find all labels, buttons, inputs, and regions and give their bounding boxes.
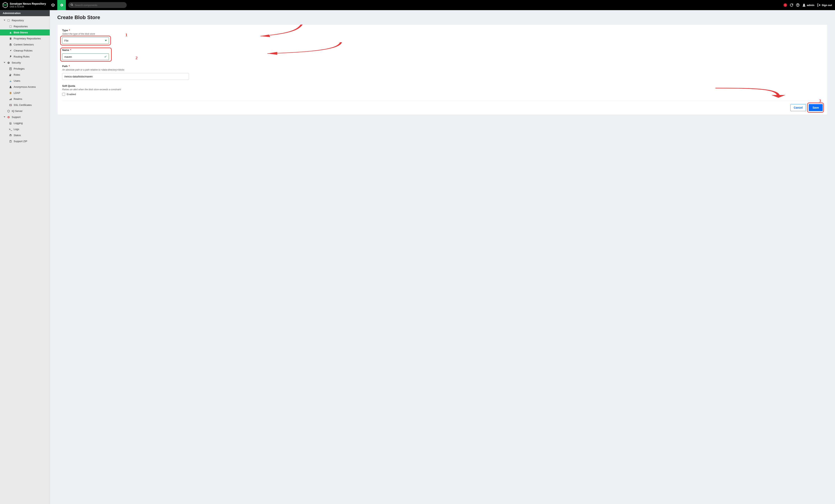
item-label: Roles: [14, 73, 20, 76]
sidebar-item-content-selectors[interactable]: Content Selectors: [0, 42, 50, 47]
item-label: Anonymous Access: [14, 85, 36, 88]
item-icon: [9, 31, 12, 34]
svg-point-6: [798, 6, 798, 6]
item-label: Realms: [14, 98, 22, 100]
form-panel: Type * Select the type of the blob store…: [57, 24, 828, 115]
sidebar-item-ldap[interactable]: LDAP: [0, 90, 50, 96]
sidebar-group-repository[interactable]: Repository: [0, 17, 50, 23]
item-icon: [9, 80, 12, 82]
form-actions: Cancel Save: [62, 104, 823, 111]
sidebar-item-repositories[interactable]: Repositories: [0, 23, 50, 29]
item-label: Logging: [14, 122, 23, 125]
item-label: Blob Stores: [14, 31, 28, 34]
sidebar-item-users[interactable]: Users: [0, 78, 50, 84]
svg-marker-15: [4, 62, 5, 63]
divider: [62, 101, 823, 101]
item-icon: [9, 134, 12, 137]
item-label: Users: [14, 79, 20, 82]
caret-icon: [3, 20, 5, 21]
quota-label: Soft Quota: [62, 84, 75, 87]
save-button-label: Save: [813, 106, 819, 109]
sidebar-item-logging[interactable]: Logging: [0, 120, 50, 126]
sidebar-item-anonymous-access[interactable]: Anonymous Access: [0, 84, 50, 90]
user-menu[interactable]: admin: [802, 3, 814, 7]
item-icon: [9, 86, 12, 88]
item-label: Repositories: [14, 25, 28, 28]
required-marker: *: [69, 29, 70, 32]
svg-rect-28: [10, 99, 11, 100]
svg-point-23: [11, 74, 12, 75]
item-label: Cleanup Policies: [14, 49, 33, 52]
sidebar-item-logs[interactable]: >_Logs: [0, 126, 50, 132]
svg-point-12: [10, 32, 11, 32]
group-icon: [7, 110, 10, 113]
chevron-down-icon: [105, 39, 107, 42]
sidebar-item-realms[interactable]: Realms: [0, 96, 50, 102]
save-button[interactable]: Save: [809, 104, 823, 111]
sidebar-item-roles[interactable]: Roles: [0, 72, 50, 78]
svg-marker-44: [105, 40, 107, 41]
sidebar-item-blob-stores[interactable]: Blob Stores: [0, 29, 50, 36]
group-label: Security: [12, 61, 21, 64]
quota-enabled-checkbox[interactable]: [62, 93, 65, 96]
sidebar-header: Administration: [0, 10, 50, 16]
alert-icon[interactable]: [783, 3, 787, 7]
group-icon: [7, 61, 10, 64]
browse-mode-button[interactable]: [49, 0, 57, 10]
item-label: SSL Certificates: [14, 103, 32, 106]
refresh-icon[interactable]: [790, 3, 793, 7]
sidebar-item-ssl-certificates[interactable]: SSL Certificates: [0, 102, 50, 108]
search-icon: [70, 3, 73, 7]
required-marker: *: [70, 48, 71, 52]
sidebar-group-security[interactable]: Security: [0, 60, 50, 66]
help-icon[interactable]: [796, 3, 799, 7]
path-input[interactable]: [62, 73, 189, 80]
name-label: Name: [62, 48, 69, 52]
sidebar-item-routing-rules[interactable]: Routing Rules: [0, 54, 50, 60]
svg-marker-34: [4, 116, 5, 118]
sidebar-group-support[interactable]: Support: [0, 114, 50, 120]
svg-rect-18: [9, 68, 11, 70]
topbar: Sonatype Nexus Repository OSS 3.72.0-04: [0, 0, 835, 10]
type-value: File: [64, 39, 68, 42]
svg-marker-9: [4, 20, 5, 21]
brand-title: Sonatype Nexus Repository: [10, 2, 46, 5]
sidebar-tree: RepositoryRepositoriesBlob StoresProprie…: [0, 16, 50, 148]
caret-icon: [3, 62, 5, 64]
svg-rect-38: [9, 124, 12, 124]
item-icon: [9, 140, 12, 143]
check-icon: [104, 55, 107, 59]
sidebar-item-cleanup-policies[interactable]: Cleanup Policies: [0, 47, 50, 54]
svg-rect-41: [10, 134, 11, 135]
svg-point-7: [803, 4, 805, 5]
svg-rect-39: [10, 122, 11, 124]
cancel-button[interactable]: Cancel: [790, 104, 806, 111]
admin-mode-button[interactable]: [57, 0, 66, 10]
sidebar-item-status[interactable]: Status: [0, 132, 50, 138]
sidebar-item-support-zip[interactable]: Support ZIP: [0, 138, 50, 144]
svg-point-24: [10, 80, 11, 81]
type-label: Type: [62, 29, 68, 32]
svg-rect-10: [7, 20, 10, 21]
type-hint: Select the type of the blob store: [62, 33, 189, 35]
sidebar-item-privileges[interactable]: Privileges: [0, 66, 50, 72]
item-label: LDAP: [14, 92, 20, 94]
type-select[interactable]: File: [62, 37, 109, 44]
item-label: Content Selectors: [14, 43, 34, 46]
item-label: Logs: [14, 128, 19, 130]
sidebar-group-iq-server[interactable]: IQ Server: [0, 108, 50, 114]
signout-button[interactable]: Sign out: [817, 3, 832, 7]
search-box[interactable]: [68, 2, 127, 8]
search-input[interactable]: [75, 4, 124, 7]
group-label: Support: [12, 116, 21, 119]
sidebar-item-proprietary-repositories[interactable]: Proprietary Repositories: [0, 36, 50, 42]
quota-enabled-row[interactable]: Enabled: [62, 93, 189, 96]
caret-icon: [3, 116, 5, 118]
item-label: Support ZIP: [14, 140, 27, 143]
name-input[interactable]: [64, 54, 104, 60]
item-icon: [9, 55, 12, 58]
svg-rect-13: [10, 37, 11, 40]
main: Create Blob Store Type * Select the type…: [50, 10, 835, 504]
user-label: admin: [807, 4, 814, 7]
item-label: Routing Rules: [14, 55, 29, 58]
